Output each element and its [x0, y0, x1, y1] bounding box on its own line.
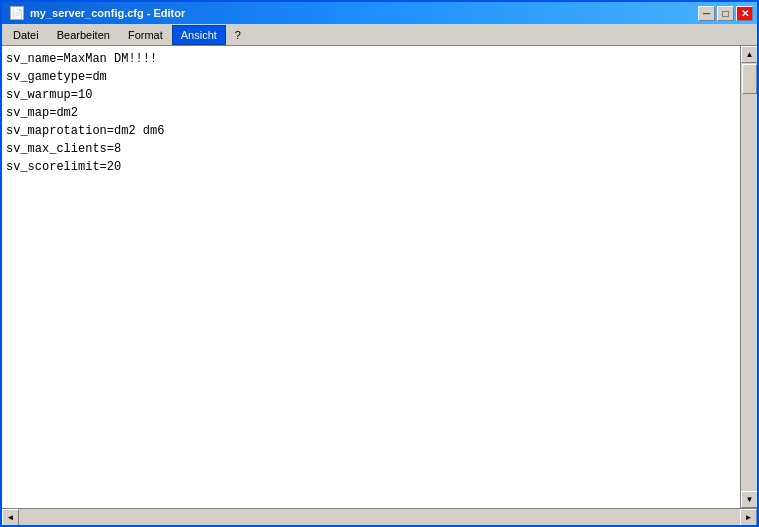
menu-bearbeiten[interactable]: Bearbeiten	[48, 25, 119, 45]
menu-bar: Datei Bearbeiten Format Ansicht ?	[2, 24, 757, 46]
editor-with-scrollbar: ▲ ▼	[2, 46, 757, 508]
editor-main: ▲ ▼ ◄ ►	[2, 46, 757, 525]
window-icon: 📄	[10, 6, 24, 20]
menu-format[interactable]: Format	[119, 25, 172, 45]
vertical-scrollbar: ▲ ▼	[740, 46, 757, 508]
title-bar: 📄 my_server_config.cfg - Editor ─ □ ✕	[2, 2, 757, 24]
main-window: 📄 my_server_config.cfg - Editor ─ □ ✕ Da…	[0, 0, 759, 527]
menu-datei[interactable]: Datei	[4, 25, 48, 45]
scroll-up-button[interactable]: ▲	[741, 46, 757, 63]
menu-help[interactable]: ?	[226, 25, 250, 45]
window-title: my_server_config.cfg - Editor	[30, 7, 185, 19]
title-buttons: ─ □ ✕	[698, 6, 753, 21]
maximize-button[interactable]: □	[717, 6, 734, 21]
scroll-down-button[interactable]: ▼	[741, 491, 757, 508]
scroll-right-button[interactable]: ►	[740, 509, 757, 525]
editor-textarea[interactable]	[2, 46, 740, 508]
scroll-track-horizontal[interactable]	[19, 509, 740, 525]
horizontal-scrollbar: ◄ ►	[2, 508, 757, 525]
minimize-button[interactable]: ─	[698, 6, 715, 21]
menu-ansicht[interactable]: Ansicht	[172, 25, 226, 45]
scroll-thumb-vertical[interactable]	[742, 64, 757, 94]
close-button[interactable]: ✕	[736, 6, 753, 21]
scroll-left-button[interactable]: ◄	[2, 509, 19, 525]
scroll-track-vertical[interactable]	[741, 63, 757, 491]
